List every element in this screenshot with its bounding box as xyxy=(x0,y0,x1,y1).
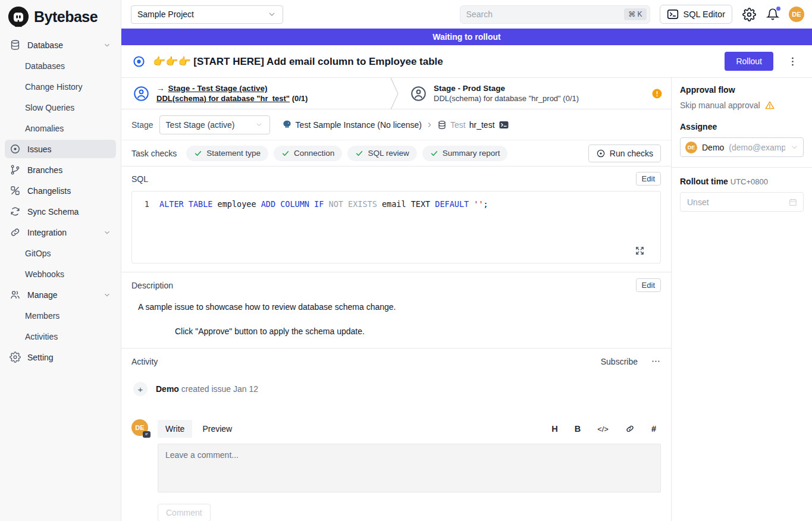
database-name[interactable]: hr_test xyxy=(469,120,495,130)
bytebase-logo-icon xyxy=(7,5,30,28)
more-actions-icon[interactable] xyxy=(651,356,661,366)
sql-token: ADD COLUMN IF xyxy=(261,199,329,209)
description-line: Click "Approve" button to apply the sche… xyxy=(175,327,661,336)
check-pill-connection[interactable]: Connection xyxy=(274,146,342,161)
sidebar-label: Issues xyxy=(27,145,51,154)
assignee-label: Assignee xyxy=(680,122,804,131)
search-shortcut-badge: ⌘ K xyxy=(624,8,646,20)
stage-select-value: Test Stage (active) xyxy=(166,120,235,130)
approval-flow-value: Skip manual approval xyxy=(680,100,804,111)
description-edit-button[interactable]: Edit xyxy=(636,278,661,292)
comment-textarea[interactable] xyxy=(158,444,661,492)
sidebar-item-slow-queries[interactable]: Slow Queries xyxy=(5,98,116,117)
issue-status-icon xyxy=(133,55,145,68)
comment-submit-button[interactable]: Comment xyxy=(158,504,211,521)
open-sql-editor-icon[interactable] xyxy=(499,120,509,130)
heading-icon[interactable]: H xyxy=(551,424,557,434)
sidebar-item-members[interactable]: Members xyxy=(5,306,116,325)
chevron-down-icon xyxy=(267,10,277,19)
sidebar-item-integration[interactable]: Integration xyxy=(5,223,116,241)
sidebar-item-manage[interactable]: Manage xyxy=(5,285,116,304)
activity-title: Activity xyxy=(131,357,158,366)
check-icon xyxy=(430,149,438,158)
skip-approval-text: Skip manual approval xyxy=(680,101,760,110)
link-icon[interactable] xyxy=(625,424,635,434)
assignee-name: Demo xyxy=(702,143,724,152)
sidebar-item-database[interactable]: Database xyxy=(5,36,116,54)
sidebar-item-setting[interactable]: Setting xyxy=(5,348,116,366)
sql-token: '' xyxy=(474,199,483,209)
search-box[interactable]: ⌘ K xyxy=(460,5,650,24)
bytebase-logo[interactable]: Bytebase xyxy=(0,0,121,33)
sql-editor-button[interactable]: SQL Editor xyxy=(660,5,732,24)
sidebar-label: Database xyxy=(27,40,63,50)
sidebar-item-branches[interactable]: Branches xyxy=(5,161,116,179)
stage-card-prod[interactable]: Stage - Prod Stage DDL(schema) for datab… xyxy=(399,78,671,109)
rollout-button[interactable]: Rollout xyxy=(725,52,773,71)
sql-editor[interactable]: 1 ALTER TABLE employee ADD COLUMN IF NOT… xyxy=(131,191,661,263)
comment-tabs: Write Preview H B </> # xyxy=(158,419,661,438)
sql-token: DEFAULT xyxy=(435,199,474,209)
issue-header: 👉👉👉 [START HERE] Add email column to Emp… xyxy=(121,45,812,78)
check-pill-sql-review[interactable]: SQL review xyxy=(347,146,416,161)
sync-icon xyxy=(10,206,21,217)
subscribe-button[interactable]: Subscribe xyxy=(601,357,638,366)
settings-gear-icon[interactable] xyxy=(742,8,756,21)
main-area: Sample Project ⌘ K SQL Editor DE Waiting… xyxy=(121,0,812,521)
sidebar-item-change-history[interactable]: Change History xyxy=(5,77,116,96)
sql-section-title: SQL xyxy=(131,174,148,184)
user-avatar[interactable]: DE xyxy=(789,7,804,22)
description-title: Description xyxy=(131,281,173,290)
sidebar-item-issues[interactable]: Issues xyxy=(5,140,116,158)
gear-icon xyxy=(10,351,21,363)
sidebar-item-sync-schema[interactable]: Sync Schema xyxy=(5,202,116,221)
stage-task: DDL(schema) for database "hr_test" xyxy=(156,94,290,103)
check-pill-statement-type[interactable]: Statement type xyxy=(186,146,268,161)
stage-selector-row: Stage Test Stage (active) Test Sample In… xyxy=(121,109,671,140)
instance-name[interactable]: Test Sample Instance (No license) xyxy=(296,120,422,130)
issue-title: 👉👉👉 [START HERE] Add email column to Emp… xyxy=(153,55,443,68)
rollout-time-placeholder: Unset xyxy=(687,197,709,207)
sql-code-line: 1 ALTER TABLE employee ADD COLUMN IF NOT… xyxy=(132,199,660,209)
warning-circle-icon xyxy=(651,88,663,99)
sidebar-item-databases[interactable]: Databases xyxy=(5,57,116,75)
check-pill-label: Statement type xyxy=(206,149,261,158)
panel-divider xyxy=(672,167,812,168)
run-checks-button[interactable]: Run checks xyxy=(588,145,661,162)
hash-icon[interactable]: # xyxy=(651,424,656,434)
sidebar-item-changelists[interactable]: Changelists xyxy=(5,181,116,200)
sidebar-label: Changelists xyxy=(27,186,71,196)
search-input[interactable] xyxy=(466,10,625,19)
tab-preview[interactable]: Preview xyxy=(195,420,240,438)
sidebar-item-anomalies[interactable]: Anomalies xyxy=(5,119,116,137)
arrow-right-icon: → xyxy=(156,84,165,93)
notification-bell-icon[interactable] xyxy=(766,8,779,21)
sidebar-item-webhooks[interactable]: Webhooks xyxy=(5,265,116,283)
calendar-icon xyxy=(788,197,798,207)
assignee-select[interactable]: DE Demo (demo@example xyxy=(680,137,804,157)
git-branch-icon xyxy=(10,164,21,175)
stage-card-test[interactable]: → Stage - Test Stage (active) DDL(schema… xyxy=(121,78,390,109)
sql-token: email TEXT xyxy=(382,199,435,209)
check-pill-summary-report[interactable]: Summary report xyxy=(422,146,508,161)
expand-fullscreen-icon[interactable] xyxy=(635,246,645,256)
instance-breadcrumb: Test Sample Instance (No license) Test h… xyxy=(282,120,509,130)
sidebar-label: Manage xyxy=(27,290,58,300)
sidebar-item-activities[interactable]: Activities xyxy=(5,327,116,346)
kebab-menu-icon[interactable] xyxy=(787,56,798,67)
sidebar-item-gitops[interactable]: GitOps xyxy=(5,244,116,262)
project-select[interactable]: Sample Project xyxy=(131,5,283,24)
check-icon xyxy=(194,149,202,158)
tab-write[interactable]: Write xyxy=(158,420,192,438)
content-area: → Stage - Test Stage (active) DDL(schema… xyxy=(121,78,812,521)
line-number: 1 xyxy=(132,199,159,209)
sidebar-label: Branches xyxy=(27,165,62,175)
sidebar-label: Members xyxy=(25,311,59,321)
sql-edit-button[interactable]: Edit xyxy=(636,172,661,186)
bold-icon[interactable]: B xyxy=(575,424,581,434)
stage-select[interactable]: Test Stage (active) xyxy=(159,115,270,134)
code-icon[interactable]: </> xyxy=(597,425,609,434)
database-icon xyxy=(10,39,21,51)
rollout-time-input[interactable]: Unset xyxy=(680,192,804,212)
chevron-right-icon xyxy=(425,121,434,129)
